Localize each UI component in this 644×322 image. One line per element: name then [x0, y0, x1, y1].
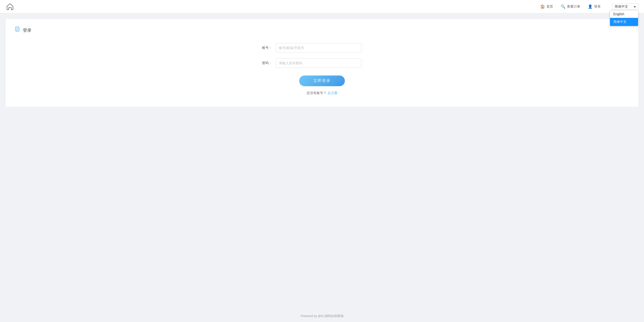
chevron-down-icon: ▾: [634, 5, 636, 9]
home-link[interactable]: [6, 3, 14, 11]
header: 🏠 首页 🔍 查看订单 👤 登录 简体中文 ▾ English 简体中文: [0, 0, 644, 13]
card-title: 登录: [23, 27, 32, 33]
footer: Powered by @K1源码自助商城: [0, 310, 644, 322]
register-row: 还没有账号？ 去注册: [260, 91, 384, 95]
card-document-icon: [15, 27, 20, 34]
login-nav-label: 登录: [594, 5, 601, 9]
submit-row: 立即登录: [260, 76, 384, 86]
login-card: 登录 账号： 密码： 立即登录 还没有账号？ 去注册: [6, 19, 638, 107]
home-nav-label: 首页: [546, 5, 553, 9]
home-icon: [6, 3, 14, 11]
language-option-english[interactable]: English: [610, 10, 638, 18]
language-option-chinese[interactable]: 简体中文: [610, 18, 638, 26]
orders-nav-label: 查看订单: [567, 5, 580, 9]
card-title-row: 登录: [15, 27, 629, 34]
login-form: 账号： 密码： 立即登录 还没有账号？ 去注册: [260, 43, 384, 95]
register-text: 还没有账号？: [306, 91, 326, 95]
language-selector-wrapper: 简体中文 ▾ English 简体中文: [612, 3, 638, 10]
header-left: [6, 3, 14, 11]
orders-nav-item[interactable]: 🔍 查看订单: [561, 4, 580, 9]
language-dropdown: English 简体中文: [610, 10, 638, 26]
login-nav-item[interactable]: 👤 登录: [588, 4, 601, 9]
user-icon: 👤: [588, 4, 592, 9]
password-label: 密码：: [260, 61, 272, 65]
main-content: 登录 账号： 密码： 立即登录 还没有账号？ 去注册: [0, 13, 644, 310]
account-label: 账号：: [260, 46, 272, 50]
search-icon: 🔍: [561, 4, 566, 9]
password-input[interactable]: [276, 58, 362, 68]
account-input[interactable]: [276, 43, 362, 53]
home-nav-icon: 🏠: [540, 4, 545, 9]
language-current-label: 简体中文: [615, 5, 628, 9]
register-link[interactable]: 去注册: [328, 91, 338, 95]
account-row: 账号：: [260, 43, 384, 53]
language-selector-button[interactable]: 简体中文 ▾: [612, 3, 638, 10]
password-row: 密码：: [260, 58, 384, 68]
footer-text: Powered by @K1源码自助商城: [300, 314, 343, 318]
header-nav: 🏠 首页 🔍 查看订单 👤 登录 简体中文 ▾ English 简体中文: [540, 3, 638, 10]
svg-rect-0: [16, 27, 19, 31]
home-nav-item[interactable]: 🏠 首页: [540, 4, 553, 9]
login-submit-button[interactable]: 立即登录: [299, 76, 345, 86]
